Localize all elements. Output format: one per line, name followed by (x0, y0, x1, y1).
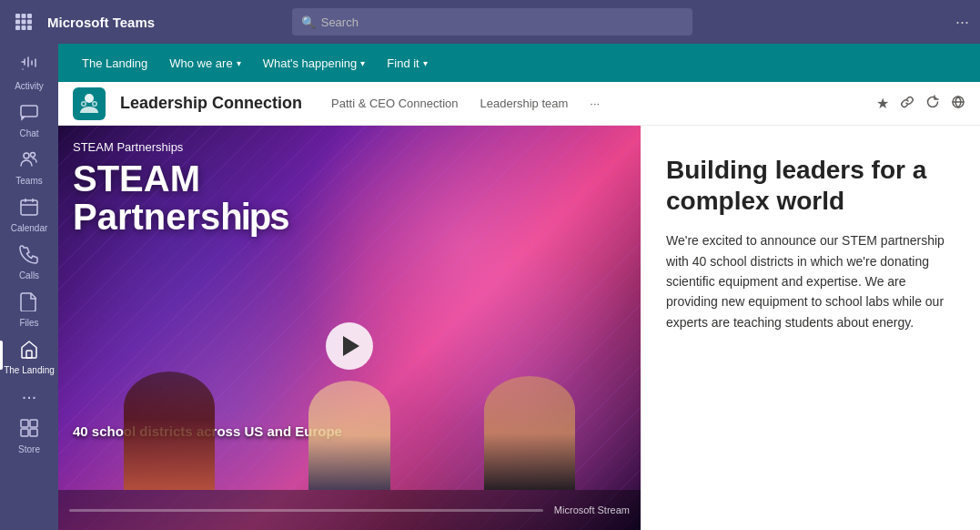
video-overlay-text: STEAM Partnerships STEAMPartnerships (73, 140, 626, 236)
chat-icon (19, 102, 39, 127)
sidebar-label-chat: Chat (19, 128, 38, 138)
svg-rect-15 (30, 420, 37, 427)
sidebar-item-store[interactable]: Store (0, 411, 58, 458)
channel-tab-more[interactable]: ··· (582, 91, 607, 116)
sidebar-item-calendar[interactable]: Calendar (0, 189, 58, 237)
nav-item-whats-happening[interactable]: What's happening ▾ (254, 51, 375, 76)
nav-item-the-landing[interactable]: The Landing (73, 51, 157, 76)
files-icon (19, 291, 39, 316)
svg-rect-8 (27, 25, 32, 30)
children-layer (58, 372, 641, 490)
sidebar-item-files[interactable]: Files (0, 284, 58, 331)
calls-icon (19, 244, 39, 269)
sidebar-label-activity: Activity (15, 81, 44, 91)
svg-rect-13 (26, 351, 32, 358)
search-input[interactable] (321, 15, 683, 29)
video-section: STEAM Partnerships STEAMPartnerships 40 … (58, 126, 641, 530)
teams-icon (19, 149, 39, 174)
svg-rect-14 (21, 420, 28, 427)
svg-rect-16 (21, 429, 28, 436)
play-button[interactable] (326, 322, 373, 370)
sidebar-item-chat[interactable]: Chat (0, 95, 58, 142)
nav-label-the-landing: The Landing (82, 56, 147, 70)
sidebar-label-the-landing: The Landing (4, 365, 55, 375)
svg-point-18 (85, 94, 94, 103)
svg-rect-4 (22, 20, 26, 25)
activity-icon (19, 55, 39, 79)
link-icon[interactable] (900, 95, 914, 113)
svg-rect-2 (27, 14, 32, 18)
sidebar-item-the-landing[interactable]: The Landing (0, 331, 58, 379)
video-source-label: Microsoft Stream (554, 505, 630, 515)
sidebar-more-button[interactable]: ··· (22, 386, 37, 407)
channel-header: Leadership Connection Patti & CEO Connec… (58, 82, 980, 126)
sidebar-label-store: Store (18, 444, 40, 454)
chevron-down-icon-2: ▾ (360, 58, 365, 68)
video-progress-bar[interactable] (69, 509, 543, 512)
sidebar-item-calls[interactable]: Calls (0, 237, 58, 284)
calendar-icon (19, 197, 39, 221)
nav-label-find-it: Find it (387, 56, 419, 70)
svg-rect-6 (15, 25, 20, 30)
content-area: The Landing Who we are ▾ What's happenin… (58, 44, 980, 530)
channel-tab-patti[interactable]: Patti & CEO Connection (324, 91, 465, 116)
favorite-icon[interactable]: ★ (876, 95, 889, 112)
video-title: STEAMPartnerships (73, 159, 626, 236)
channel-tabs: Patti & CEO Connection Leadership team ·… (324, 91, 607, 116)
page-body: STEAM Partnerships STEAMPartnerships 40 … (58, 126, 980, 530)
svg-point-10 (24, 153, 29, 158)
nav-label-who-we-are: Who we are (169, 56, 232, 70)
article-heading: Building leaders for a complex world (666, 155, 955, 216)
svg-rect-9 (21, 106, 37, 117)
navbar: The Landing Who we are ▾ What's happenin… (58, 44, 980, 82)
svg-rect-3 (15, 20, 20, 25)
chevron-down-icon: ▾ (237, 58, 241, 68)
child-figure-1 (124, 372, 215, 490)
grid-icon[interactable] (11, 14, 36, 30)
store-icon (19, 418, 39, 443)
channel-logo (73, 87, 106, 120)
svg-rect-0 (15, 14, 20, 18)
more-options-icon[interactable]: ··· (955, 13, 969, 32)
sidebar-label-teams: Teams (15, 176, 42, 186)
search-icon: 🔍 (301, 15, 316, 29)
child-figure-2 (308, 381, 390, 490)
article-body: We're excited to announce our STEM partn… (666, 230, 955, 332)
svg-rect-17 (30, 429, 37, 436)
main-layout: Activity Chat Teams (0, 44, 980, 530)
svg-rect-1 (22, 14, 26, 18)
video-thumbnail: STEAM Partnerships STEAMPartnerships 40 … (58, 126, 641, 530)
channel-name: Leadership Connection (120, 94, 302, 113)
refresh-icon[interactable] (925, 95, 940, 113)
channel-actions: ★ (876, 95, 965, 113)
sidebar-label-calendar: Calendar (11, 223, 48, 233)
sidebar-label-calls: Calls (19, 270, 39, 280)
svg-rect-5 (27, 20, 32, 25)
sidebar: Activity Chat Teams (0, 44, 58, 530)
svg-point-21 (83, 102, 86, 105)
chevron-down-icon-3: ▾ (423, 58, 428, 68)
app-title: Microsoft Teams (47, 15, 155, 30)
sidebar-item-teams[interactable]: Teams (0, 142, 58, 189)
video-subtitle: STEAM Partnerships (73, 140, 626, 154)
child-figure-3 (484, 376, 575, 490)
nav-item-who-we-are[interactable]: Who we are ▾ (160, 51, 249, 76)
svg-point-11 (31, 153, 35, 158)
topbar: Microsoft Teams 🔍 ··· (0, 0, 980, 44)
the-landing-icon (19, 339, 39, 363)
svg-point-22 (94, 102, 96, 105)
nav-item-find-it[interactable]: Find it ▾ (378, 51, 436, 76)
video-bottom-bar: Microsoft Stream (58, 490, 641, 530)
nav-label-whats-happening: What's happening (263, 56, 358, 70)
channel-tab-leadership-team[interactable]: Leadership team (473, 91, 576, 116)
svg-rect-7 (22, 25, 26, 30)
more-tabs-icon: ··· (590, 97, 600, 110)
search-bar[interactable]: 🔍 (292, 8, 692, 36)
sidebar-item-activity[interactable]: Activity (0, 47, 58, 95)
more-apps-icon[interactable]: ··· (22, 386, 37, 406)
svg-rect-12 (21, 200, 37, 215)
article-section: Building leaders for a complex world We'… (641, 126, 980, 530)
sidebar-label-files: Files (19, 318, 38, 328)
globe-icon[interactable] (951, 95, 965, 113)
